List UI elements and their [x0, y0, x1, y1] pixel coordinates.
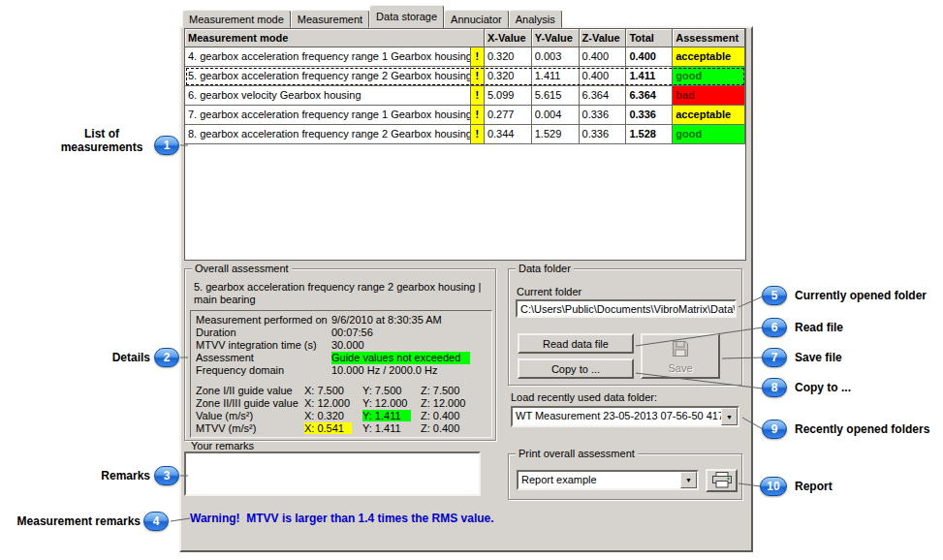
- col-header-x-value[interactable]: X-Value: [485, 29, 532, 47]
- printer-icon: [711, 472, 733, 490]
- read-data-file-button[interactable]: Read data file: [518, 333, 634, 354]
- z-measured-value: Z: 0.400: [421, 410, 479, 422]
- recent-folder-combobox[interactable]: WT Measurement 23-05-2013 07-56-50 417 ▼: [511, 406, 739, 427]
- callout-pill-8: 8: [762, 378, 787, 397]
- detail-label: Value (m/s²): [196, 410, 304, 422]
- overall-assessment-group: Overall assessment 5. gearbox accelerati…: [184, 268, 496, 441]
- x-value: 0.344: [485, 125, 532, 144]
- data-folder-group-label: Data folder: [516, 263, 574, 275]
- z-guide-value: Z: 12.000: [421, 397, 479, 410]
- current-folder-label: Current folder: [517, 286, 582, 297]
- callout-label-save-file: Save file: [795, 351, 842, 364]
- tab-annuciator[interactable]: Annuciator: [444, 10, 509, 28]
- detail-label: Measurement performed on: [196, 314, 331, 327]
- detail-value: 10.000 Hz / 2000.0 Hz: [331, 364, 437, 377]
- detail-value: 30.000: [331, 339, 364, 352]
- print-button[interactable]: [706, 469, 738, 492]
- y-value: 0.004: [532, 106, 580, 125]
- detail-xyz-row: Zone II/III guide value X: 12.000 Y: 12.…: [196, 397, 491, 410]
- assessment-badge: acceptable: [673, 47, 745, 67]
- y-mtvv-value: Y: 1.411: [362, 422, 421, 435]
- print-group: Print overall assessment Report example …: [508, 453, 742, 500]
- tab-measurement-mode[interactable]: Measurement mode: [182, 10, 291, 28]
- detail-xyz-row: Zone I/II guide value X: 7.500 Y: 7.500 …: [196, 385, 491, 397]
- callout-label-details: Details: [53, 351, 150, 364]
- col-header-assessment[interactable]: Assessment: [673, 29, 745, 47]
- callout-pill-6: 6: [762, 318, 787, 337]
- z-value: 0.400: [580, 47, 627, 67]
- detail-xyz-row: Value (m/s²) X: 0.320 Y: 1.411 Z: 0.400: [196, 410, 491, 422]
- callout-label-measurement-remarks: Measurement remarks: [3, 514, 141, 528]
- callout-pill-7: 7: [762, 348, 787, 367]
- x-guide-value: X: 7.500: [304, 385, 362, 397]
- detail-xyz-row: MTVV (m/s²) X: 0.541 Y: 1.411 Z: 0.400: [196, 422, 491, 435]
- floppy-disk-icon: [671, 339, 690, 360]
- chevron-down-icon[interactable]: ▼: [680, 472, 697, 488]
- recent-folder-selected-value: WT Measurement 23-05-2013 07-56-50 417: [513, 408, 721, 425]
- callout-pill-3: 3: [154, 466, 179, 485]
- remarks-textarea[interactable]: [184, 451, 481, 496]
- overall-assessment-group-label: Overall assessment: [192, 263, 292, 275]
- remarks-label: Your remarks: [191, 440, 254, 451]
- table-row[interactable]: 4. gearbox acceleration frequency range …: [185, 47, 745, 67]
- documentation-page: Measurement mode Measurement Data storag…: [0, 0, 943, 560]
- assessment-badge: good: [673, 67, 745, 86]
- detail-label: MTVV (m/s²): [196, 422, 304, 435]
- save-button-label: Save: [668, 362, 692, 374]
- report-selected-value: Report example: [519, 472, 680, 488]
- table-row-selected[interactable]: 5. gearbox acceleration frequency range …: [185, 67, 745, 86]
- tab-bar: Measurement mode Measurement Data storag…: [182, 5, 562, 28]
- mtvv-warning-text: Warning! MTVV is larger than 1.4 times t…: [190, 512, 494, 525]
- x-mtvv-value: X: 0.541: [304, 422, 362, 435]
- callout-pill-1: 1: [154, 136, 179, 155]
- total-value: 0.400: [626, 47, 673, 67]
- col-header-z-value[interactable]: Z-Value: [580, 29, 627, 47]
- tab-data-storage[interactable]: Data storage: [369, 5, 444, 28]
- save-button[interactable]: Save: [641, 333, 720, 379]
- table-row[interactable]: 6. gearbox velocity Gearbox housing ! 5.…: [185, 86, 745, 106]
- col-header-measurement-mode[interactable]: Measurement mode: [185, 29, 485, 47]
- y-measured-value: Y: 1.411: [362, 410, 421, 422]
- copy-to-button[interactable]: Copy to ...: [518, 358, 634, 379]
- callout-label-list-of-measurements: List of measurements: [53, 127, 150, 154]
- table-row[interactable]: 7. gearbox acceleration frequency range …: [185, 106, 745, 125]
- detail-label: Duration: [196, 327, 331, 339]
- detail-value: 9/6/2010 at 8:30:35 AM: [331, 314, 442, 327]
- measurements-table: Measurement mode X-Value Y-Value Z-Value…: [184, 28, 746, 261]
- y-value: 1.529: [532, 125, 580, 144]
- col-header-y-value[interactable]: Y-Value: [532, 29, 580, 47]
- callout-label-currently-opened-folder: Currently opened folder: [795, 289, 927, 302]
- callout-label-remarks: Remarks: [53, 469, 150, 482]
- detail-label: MTVV integration time (s): [196, 339, 331, 352]
- z-guide-value: Z: 7.500: [421, 385, 479, 397]
- z-value: 0.336: [580, 106, 627, 125]
- warning-marker-icon: !: [471, 106, 485, 125]
- tab-measurement[interactable]: Measurement: [291, 10, 369, 28]
- chevron-down-icon[interactable]: ▼: [721, 408, 738, 425]
- recent-folder-label: Load recently used data folder:: [511, 391, 657, 403]
- x-guide-value: X: 12.000: [304, 397, 362, 410]
- table-row[interactable]: 8. gearbox acceleration frequency range …: [185, 125, 745, 144]
- details-panel: Measurement performed on 9/6/2010 at 8:3…: [190, 310, 492, 438]
- y-value: 0.003: [532, 47, 580, 67]
- callout-pill-9: 9: [762, 420, 787, 439]
- current-folder-field[interactable]: C:\Users\Public\Documents\VibroMatrix\Da…: [516, 299, 737, 318]
- report-combobox[interactable]: Report example ▼: [517, 470, 699, 490]
- y-guide-value: Y: 12.000: [362, 397, 421, 410]
- callout-label-recently-opened-folders: Recently opened folders: [795, 422, 929, 436]
- z-value: 0.400: [580, 67, 627, 86]
- measurement-name: 7. gearbox acceleration frequency range …: [185, 106, 471, 125]
- x-value: 0.320: [485, 67, 532, 86]
- col-header-total[interactable]: Total: [626, 29, 673, 47]
- warning-marker-icon: !: [471, 125, 485, 144]
- callout-pill-10: 10: [760, 477, 787, 496]
- tab-analysis[interactable]: Analysis: [509, 10, 562, 28]
- x-measured-value: X: 0.320: [304, 410, 362, 422]
- measurement-name: 6. gearbox velocity Gearbox housing: [185, 86, 471, 106]
- y-value: 1.411: [532, 67, 580, 86]
- measurement-name: 4. gearbox acceleration frequency range …: [185, 47, 471, 67]
- detail-label: Zone I/II guide value: [196, 385, 304, 397]
- callout-pill-2: 2: [154, 348, 179, 367]
- detail-row: Assessment Guide values not exceeded: [196, 352, 491, 364]
- vibromatrix-data-storage-dialog: Measurement mode Measurement Data storag…: [179, 5, 753, 552]
